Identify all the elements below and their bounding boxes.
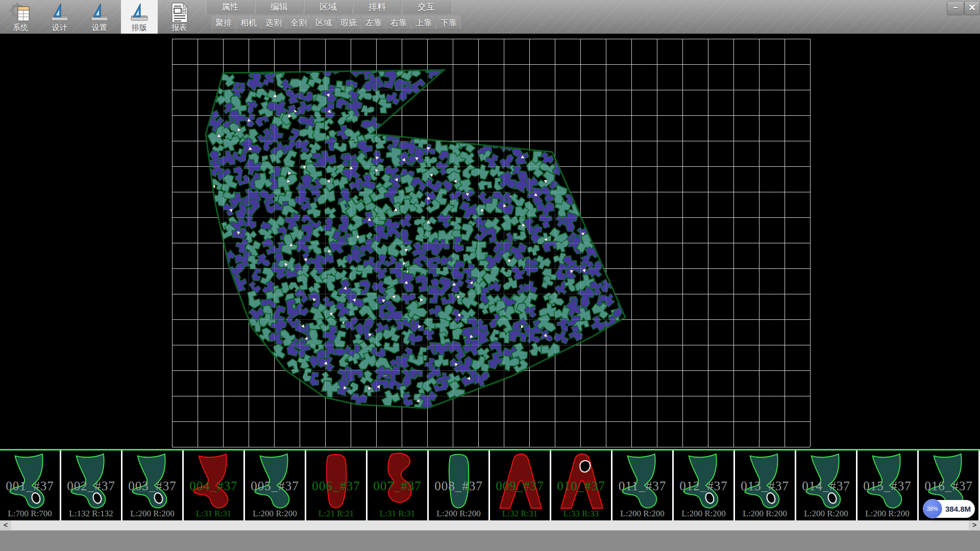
tab-properties[interactable]: 属性: [206, 1, 255, 14]
bottom-gray-bar: [0, 531, 980, 551]
app-button-label: 排版: [121, 23, 158, 33]
tool-snap-up[interactable]: 上靠: [411, 15, 436, 30]
tool-snap-right[interactable]: 右靠: [386, 15, 411, 30]
tool-cluster-nest[interactable]: 聚排: [211, 15, 236, 30]
thumbnail-cell[interactable]: 012_#37L:200 R:200: [674, 450, 735, 520]
piece-id-label: 014_#37: [796, 479, 856, 493]
piece-id-label: 007_#37: [368, 479, 427, 493]
scroll-right-button[interactable]: >: [969, 520, 980, 530]
memory-value: 384.8M: [945, 505, 971, 513]
piece-id-label: 006_#37: [306, 479, 366, 493]
tool-snap-down[interactable]: 下靠: [436, 15, 461, 30]
piece-id-label: 010_#37: [551, 479, 611, 493]
app-button-design[interactable]: 设计: [41, 0, 78, 34]
piece-count-label: L:31 R:31: [184, 509, 243, 519]
piece-id-label: 009_#37: [490, 479, 550, 493]
piece-count-label: L:200 R:200: [796, 509, 856, 519]
app-button-system[interactable]: 系统: [2, 0, 39, 34]
piece-count-label: L:200 R:200: [857, 509, 917, 519]
app-button-label: 报表: [161, 23, 198, 33]
nesting-app-window: 系统 设计 设置: [0, 0, 980, 551]
tool-snap-left[interactable]: 左靠: [361, 15, 386, 30]
piece-count-label: L:33 R:33: [551, 509, 611, 519]
thumbnail-cell[interactable]: 003_#37L:200 R:200: [122, 450, 184, 520]
toolbar: 系统 设计 设置: [0, 0, 980, 34]
close-button[interactable]: ✕: [964, 1, 980, 15]
app-button-label: 设置: [81, 23, 118, 33]
piece-count-label: L:200 R:200: [735, 509, 795, 519]
thumbnail-cell[interactable]: 007_#37L:31 R:31: [368, 450, 429, 520]
thumbnail-cell[interactable]: 009_#37L:32 R:31: [490, 450, 551, 520]
tab-nesting[interactable]: 排料: [353, 1, 402, 14]
report-icon: [168, 2, 190, 24]
piece-id-label: 005_#37: [245, 479, 305, 493]
tool-cut-all[interactable]: 全割: [286, 15, 311, 30]
thumbnail-cell[interactable]: 001_#37L:700 R:700: [0, 450, 61, 520]
tab-region[interactable]: 区域: [304, 1, 353, 14]
piece-id-label: 012_#37: [674, 479, 733, 493]
piece-count-label: L:21 R:21: [306, 509, 366, 519]
piece-count-label: L:200 R:200: [674, 509, 733, 519]
thumbnail-cell[interactable]: 014_#37L:200 R:200: [796, 450, 857, 520]
scroll-left-button[interactable]: <: [0, 520, 11, 530]
piece-count-label: L:132 R:132: [61, 509, 121, 519]
gear-table-icon: [9, 2, 32, 24]
tool-camera[interactable]: 相机: [236, 15, 261, 30]
canvas-svg: [0, 34, 980, 449]
piece-id-label: 001_#37: [0, 479, 60, 493]
piece-thumbnail-strip: 001_#37L:700 R:700002_#37L:132 R:132003_…: [0, 450, 980, 520]
thumbnail-cell[interactable]: 004_#37L:31 R:31: [184, 450, 245, 520]
piece-id-label: 003_#37: [122, 479, 182, 493]
tool-defect[interactable]: 瑕疵: [336, 15, 361, 30]
piece-id-label: 008_#37: [429, 479, 488, 493]
set-square-icon: [128, 2, 151, 24]
piece-count-label: L:32 R:31: [490, 509, 550, 519]
thumbnail-cell[interactable]: 006_#37L:21 R:21: [306, 450, 368, 520]
piece-count-label: L:200 R:200: [429, 509, 488, 519]
thumbnail-cell[interactable]: 013_#37L:200 R:200: [735, 450, 796, 520]
thumbnail-cell[interactable]: 011_#37L:200 R:200: [612, 450, 674, 520]
app-button-layout[interactable]: 排版: [121, 0, 158, 34]
piece-count-label: L:200 R:200: [612, 509, 672, 519]
thumbnail-cell[interactable]: 015_#37L:200 R:200: [857, 450, 919, 520]
set-square-icon: [88, 2, 111, 24]
piece-count-label: L:200 R:200: [122, 509, 182, 519]
piece-id-label: 015_#37: [857, 479, 917, 493]
piece-count-label: L:700 R:700: [0, 509, 60, 519]
thumbnail-cell[interactable]: 005_#37L:200 R:200: [245, 450, 306, 520]
thumbnail-cell[interactable]: 010_#37L:33 R:33: [551, 450, 612, 520]
app-button-settings[interactable]: 设置: [81, 0, 118, 34]
thumbnail-cell[interactable]: 002_#37L:132 R:132: [61, 450, 122, 520]
nesting-canvas[interactable]: [0, 34, 980, 449]
memory-badge: 38% 384.8M: [924, 500, 975, 518]
app-button-report[interactable]: 报表: [161, 0, 198, 34]
app-button-label: 设计: [41, 23, 78, 33]
leather-hide[interactable]: [200, 56, 629, 412]
tool-buttons: 聚排 相机 选割 全割 区域 瑕疵 左靠 右靠 上靠 下靠: [211, 15, 461, 30]
set-square-icon: [48, 2, 71, 24]
tab-edit[interactable]: 编辑: [255, 1, 304, 14]
tool-select-cut[interactable]: 选割: [261, 15, 286, 30]
thumbnail-cell[interactable]: 008_#37L:200 R:200: [429, 450, 490, 520]
piece-id-label: 016_#37: [919, 479, 978, 493]
piece-id-label: 013_#37: [735, 479, 795, 493]
memory-percent-dial: 38%: [923, 499, 942, 518]
menu-tabs: 属性 编辑 区域 排料 交互: [206, 1, 451, 14]
piece-id-label: 002_#37: [61, 479, 121, 493]
piece-count-label: L:200 R:200: [245, 509, 305, 519]
strip-scrollbar[interactable]: < >: [0, 520, 980, 531]
minimize-button[interactable]: –: [947, 1, 964, 15]
piece-id-label: 004_#37: [184, 479, 243, 493]
tool-region[interactable]: 区域: [311, 15, 336, 30]
piece-count-label: L:31 R:31: [368, 509, 427, 519]
piece-id-label: 011_#37: [612, 479, 672, 493]
tab-interaction[interactable]: 交互: [402, 1, 451, 14]
app-button-label: 系统: [2, 23, 39, 33]
